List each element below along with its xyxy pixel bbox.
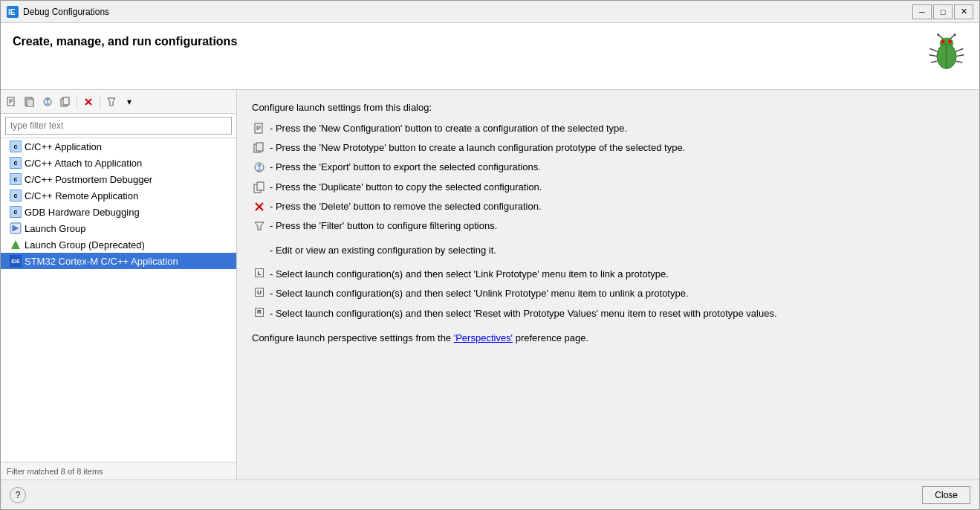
bullet-new-proto [252, 142, 267, 154]
list-text-filter: - Press the 'Filter' button to configure… [270, 219, 497, 233]
svg-rect-41 [256, 143, 263, 151]
tree-item-launch-group[interactable]: Launch Group [1, 220, 236, 236]
bullet-delete [252, 201, 267, 213]
svg-line-13 [956, 48, 963, 51]
main-window: IE Debug Configurations ─ □ ✕ Create, ma… [0, 0, 980, 510]
tree-item-cpp-attach[interactable]: c C/C++ Attach to Application [1, 155, 236, 171]
filter-input[interactable] [5, 117, 232, 135]
tree-item-cpp-remote[interactable]: c C/C++ Remote Application [1, 187, 236, 204]
tree-item-gdb[interactable]: c GDB Hardware Debugging [1, 204, 236, 220]
svg-line-10 [930, 48, 937, 51]
svg-rect-46 [257, 182, 264, 190]
duplicate-button[interactable] [57, 94, 74, 110]
left-panel: ▾ c C/C++ Application c C/C++ Attach to … [1, 90, 237, 480]
bug-icon [926, 32, 967, 74]
app-icon: IE [7, 6, 19, 18]
svg-text:IE: IE [8, 8, 16, 16]
tree-label-cpp-app: C/C++ Application [25, 141, 102, 152]
cpp-icon-1: c [10, 141, 22, 152]
list-item-new-proto: - Press the 'New Prototype' button to cr… [252, 141, 964, 155]
title-bar: IE Debug Configurations ─ □ ✕ [1, 1, 979, 23]
list-item-duplicate: - Press the 'Duplicate' button to copy t… [252, 181, 964, 194]
svg-line-12 [931, 61, 937, 62]
list-text-duplicate: - Press the 'Duplicate' button to copy t… [270, 181, 542, 194]
tree-item-launch-group-dep[interactable]: Launch Group (Deprecated) [1, 236, 236, 253]
tree-label-cpp-postmortem: C/C++ Postmortem Debugger [25, 174, 152, 185]
tree-label-cpp-remote: C/C++ Remote Application [25, 190, 138, 201]
svg-line-15 [956, 61, 962, 62]
launch-icon-1 [10, 222, 22, 234]
toolbar-separator-1 [77, 95, 77, 109]
svg-marker-31 [108, 98, 115, 106]
bullet-duplicate [252, 181, 267, 193]
list-item-new-config: - Press the 'New Configuration' button t… [252, 122, 964, 135]
tree-area: c C/C++ Application c C/C++ Attach to Ap… [1, 138, 236, 462]
stm32-icon: IDE [10, 255, 22, 267]
launch-icon-2 [10, 239, 22, 251]
page-title: Create, manage, and run configurations [13, 32, 237, 48]
tree-item-cpp-app[interactable]: c C/C++ Application [1, 138, 236, 155]
svg-marker-35 [11, 240, 20, 249]
cpp-icon-5: c [10, 206, 22, 218]
minimize-button[interactable]: ─ [912, 4, 932, 19]
help-icon: ? [16, 490, 21, 500]
list-item-filter: - Press the 'Filter' button to configure… [252, 219, 964, 233]
perspectives-link[interactable]: 'Perspectives' [454, 332, 513, 343]
tree-label-gdb: GDB Hardware Debugging [25, 207, 140, 218]
intro-text: Configure launch settings from this dial… [252, 102, 964, 113]
help-button[interactable]: ? [10, 487, 26, 503]
list-text-reset: - Select launch configuration(s) and the… [270, 307, 777, 320]
svg-point-9 [954, 33, 956, 36]
list-item-link: L - Select launch configuration(s) and t… [252, 268, 964, 281]
delete-button[interactable] [80, 94, 97, 110]
perspectives-para: Configure launch perspective settings fr… [252, 332, 964, 343]
bullet-unlink: U [252, 288, 267, 297]
tree-item-cpp-postmortem[interactable]: c C/C++ Postmortem Debugger [1, 171, 236, 187]
maximize-button[interactable]: □ [933, 4, 953, 19]
filter-dropdown-button[interactable]: ▾ [121, 94, 137, 110]
window-controls: ─ □ ✕ [912, 4, 973, 19]
list-text-new-config: - Press the 'New Configuration' button t… [270, 122, 627, 135]
info-list: - Press the 'New Configuration' button t… [252, 122, 964, 233]
svg-line-14 [956, 55, 964, 57]
new-config-button[interactable] [4, 94, 20, 110]
close-button[interactable]: Close [922, 486, 970, 504]
list-item-unlink: U - Select launch configuration(s) and t… [252, 287, 964, 300]
svg-point-4 [941, 40, 945, 44]
toolbar-separator-2 [100, 95, 100, 109]
perspectives-suffix: preference page. [513, 332, 588, 343]
filter-button[interactable] [103, 94, 120, 110]
cpp-icon-4: c [10, 190, 22, 201]
bullet-new-config [252, 123, 267, 135]
tree-label-launch-group: Launch Group [25, 223, 85, 234]
new-prototype-button[interactable] [22, 94, 38, 110]
perspectives-prefix: Configure launch perspective settings fr… [252, 332, 454, 343]
svg-rect-23 [27, 99, 33, 107]
tree-item-stm32[interactable]: IDE STM32 Cortex-M C/C++ Application [1, 253, 236, 269]
export-button[interactable] [39, 94, 56, 110]
link-list: L - Select launch configuration(s) and t… [252, 268, 964, 320]
right-panel: Configure launch settings from this dial… [237, 90, 979, 480]
filter-status-text: Filter matched 8 of 8 items [7, 467, 103, 476]
svg-point-5 [948, 40, 952, 44]
bottom-bar: ? Close [1, 480, 979, 509]
indented-edit-text: - Edit or view an existing configuration… [270, 245, 496, 256]
bullet-filter [252, 220, 267, 232]
close-button[interactable]: ✕ [954, 4, 973, 19]
bullet-link: L [252, 268, 267, 277]
left-toolbar: ▾ [1, 90, 236, 114]
list-text-delete: - Press the 'Delete' button to remove th… [270, 200, 542, 213]
tree-label-cpp-attach: C/C++ Attach to Application [25, 158, 142, 169]
cpp-icon-2: c [10, 157, 22, 169]
list-item-reset: R - Select launch configuration(s) and t… [252, 307, 964, 320]
bullet-reset: R [252, 308, 267, 317]
indented-edit-item: - Edit or view an existing configuration… [252, 245, 964, 256]
list-item-export: - Press the 'Export' button to export th… [252, 161, 964, 174]
svg-point-8 [937, 33, 939, 36]
filter-status: Filter matched 8 of 8 items [1, 462, 236, 480]
svg-rect-28 [63, 97, 69, 105]
window-title: Debug Configurations [23, 7, 912, 17]
tree-label-launch-group-dep: Launch Group (Deprecated) [25, 239, 145, 251]
list-item-delete: - Press the 'Delete' button to remove th… [252, 200, 964, 213]
content-area: ▾ c C/C++ Application c C/C++ Attach to … [1, 90, 979, 480]
